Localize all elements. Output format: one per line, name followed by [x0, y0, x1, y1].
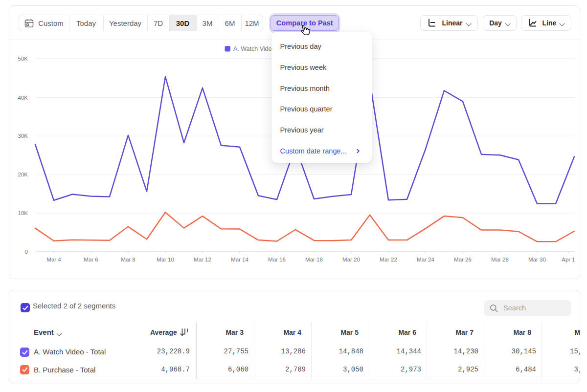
svg-text:Mar 28: Mar 28	[491, 257, 509, 262]
svg-text:50K: 50K	[18, 56, 28, 62]
svg-text:40K: 40K	[18, 95, 28, 101]
svg-text:Apr 1: Apr 1	[562, 257, 575, 262]
svg-text:Mar 4: Mar 4	[46, 257, 61, 262]
svg-text:Mar 22: Mar 22	[380, 257, 397, 262]
svg-text:Mar 30: Mar 30	[528, 257, 546, 262]
svg-text:Mar 6: Mar 6	[84, 257, 98, 262]
svg-text:Mar 16: Mar 16	[268, 257, 286, 262]
svg-text:Mar 14: Mar 14	[231, 257, 248, 262]
svg-text:0: 0	[25, 249, 28, 255]
svg-text:Mar 8: Mar 8	[121, 257, 135, 262]
svg-text:Mar 10: Mar 10	[157, 257, 174, 262]
svg-text:Mar 26: Mar 26	[454, 257, 472, 262]
svg-text:Mar 24: Mar 24	[417, 257, 434, 262]
svg-text:10K: 10K	[18, 210, 28, 216]
svg-text:Mar 18: Mar 18	[305, 257, 323, 262]
svg-text:30K: 30K	[18, 133, 28, 139]
svg-text:20K: 20K	[18, 172, 28, 177]
svg-text:Mar 20: Mar 20	[342, 257, 360, 262]
svg-text:Mar 12: Mar 12	[194, 257, 211, 262]
